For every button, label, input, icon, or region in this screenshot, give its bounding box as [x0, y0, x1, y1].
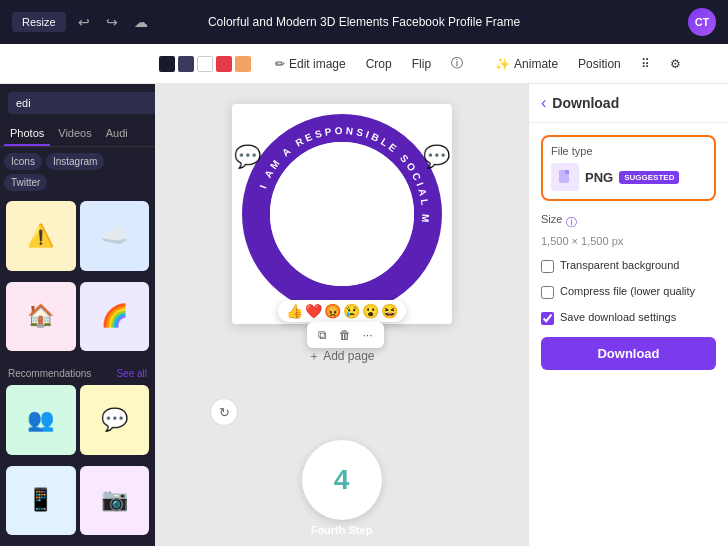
grid-button[interactable]: ⠿: [633, 53, 658, 75]
left-sidebar: ⚙ ☰ Photos Videos Audi Icons Instagram T…: [0, 84, 155, 546]
color-swatch-2[interactable]: [178, 56, 194, 72]
redo-button[interactable]: ↪: [102, 12, 122, 32]
png-label: PNG: [585, 170, 613, 185]
recommendations-grid: 👥 💬 📱 📷: [0, 381, 155, 546]
settings-button[interactable]: ⚙: [662, 53, 689, 75]
element-toolbar: ⧉ 🗑 ···: [307, 322, 384, 348]
size-info-icon: ⓘ: [566, 215, 577, 230]
save-settings-label: Save download settings: [560, 311, 676, 323]
emoji-haha: 😆: [381, 303, 398, 319]
category-instagram[interactable]: Instagram: [46, 153, 104, 170]
avatar[interactable]: CT: [688, 8, 716, 36]
png-option[interactable]: PNG SUGGESTED: [551, 163, 706, 191]
step-number: 4: [334, 464, 350, 496]
list-item[interactable]: 🌈: [80, 282, 150, 352]
resize-button[interactable]: Resize: [12, 12, 66, 32]
list-item[interactable]: 🏠: [6, 282, 76, 352]
more-options-button[interactable]: ···: [358, 325, 378, 345]
transparent-bg-checkbox-row: Transparent background: [541, 259, 716, 273]
file-type-section: File type PNG SUGGESTED: [541, 135, 716, 201]
duplicate-button[interactable]: ⧉: [313, 325, 332, 345]
category-twitter[interactable]: Twitter: [4, 174, 47, 191]
list-item[interactable]: 📷: [80, 466, 150, 536]
recommendations-row: Recommendations See all: [0, 362, 155, 381]
panel-back-button[interactable]: ‹: [541, 94, 546, 112]
search-row: ⚙ ☰: [0, 84, 155, 122]
color-swatches: [159, 56, 251, 72]
sidebar-grid: ⚠️ ☁️ 🏠 🌈: [0, 197, 155, 362]
top-bar-left: Resize ↩ ↪ ☁: [12, 12, 152, 32]
fb-frame: I AM A RESPONSIBLE SOCIAL M 💬 💬 👍 ❤️ 😡 😢…: [242, 114, 442, 314]
flip-button[interactable]: Flip: [404, 53, 439, 75]
sidebar-tabs: Photos Videos Audi: [0, 122, 155, 147]
compress-checkbox[interactable]: [541, 286, 554, 299]
download-panel: ‹ Download File type PNG SUGGESTED Size: [528, 84, 728, 546]
size-section: Size ⓘ 1,500 × 1,500 px: [541, 213, 716, 247]
emoji-bar: 👍 ❤️ 😡 😢 😮 😆: [278, 300, 406, 322]
svg-text:I AM A RESPONSIBLE SOCIAL M: I AM A RESPONSIBLE SOCIAL M: [257, 125, 431, 226]
suggested-badge: SUGGESTED: [619, 171, 679, 184]
svg-rect-2: [565, 170, 569, 174]
sidebar-tab-videos[interactable]: Videos: [52, 122, 97, 146]
transparent-bg-label: Transparent background: [560, 259, 679, 271]
add-page-label: ＋ Add page: [308, 348, 374, 365]
color-swatch-5[interactable]: [235, 56, 251, 72]
refresh-button[interactable]: ↻: [210, 398, 238, 426]
see-all-button[interactable]: See all: [116, 368, 147, 379]
sidebar-tab-audio[interactable]: Audi: [100, 122, 134, 146]
size-value: 1,500 × 1,500 px: [541, 235, 716, 247]
sidebar-tab-photos[interactable]: Photos: [4, 122, 50, 146]
transparent-bg-checkbox[interactable]: [541, 260, 554, 273]
compress-label: Compress file (lower quality: [560, 285, 695, 297]
undo-button[interactable]: ↩: [74, 12, 94, 32]
emoji-heart: ❤️: [305, 303, 322, 319]
size-label: Size: [541, 213, 562, 225]
save-settings-checkbox-row: Save download settings: [541, 311, 716, 325]
animate-icon: ✨: [495, 57, 510, 71]
step-label: Fourth Step: [302, 524, 382, 536]
frame-text-svg: I AM A RESPONSIBLE SOCIAL M: [242, 114, 442, 314]
color-swatch-4[interactable]: [216, 56, 232, 72]
list-item[interactable]: ⚠️: [6, 201, 76, 271]
emoji-angry: 😡: [324, 303, 341, 319]
sidebar-categories: Icons Instagram Twitter: [0, 147, 155, 197]
edit-image-button[interactable]: ✏ Edit image: [267, 53, 354, 75]
canvas-area[interactable]: I AM A RESPONSIBLE SOCIAL M 💬 💬 👍 ❤️ 😡 😢…: [155, 84, 528, 546]
info-button[interactable]: ⓘ: [443, 51, 471, 76]
list-item[interactable]: ☁️: [80, 201, 150, 271]
color-swatch-1[interactable]: [159, 56, 175, 72]
category-icons[interactable]: Icons: [4, 153, 42, 170]
canvas-wrapper[interactable]: I AM A RESPONSIBLE SOCIAL M 💬 💬 👍 ❤️ 😡 😢…: [232, 104, 452, 324]
top-bar-right: CT: [688, 8, 716, 36]
list-item[interactable]: 👥: [6, 385, 76, 455]
file-type-label: File type: [551, 145, 706, 157]
panel-title: Download: [552, 95, 619, 111]
emoji-sad: 😢: [343, 303, 360, 319]
recommendations-label: Recommendations: [8, 368, 91, 379]
edit-icon: ✏: [275, 57, 285, 71]
list-item[interactable]: 📱: [6, 466, 76, 536]
file-type-icon: [551, 163, 579, 191]
search-input[interactable]: [8, 92, 155, 114]
add-page-button[interactable]: ＋ Add page: [308, 348, 374, 365]
panel-header: ‹ Download: [529, 84, 728, 123]
panel-body: File type PNG SUGGESTED Size ⓘ 1,500 × 1…: [529, 123, 728, 546]
download-button[interactable]: Download: [541, 337, 716, 370]
list-item[interactable]: 💬: [80, 385, 150, 455]
crop-button[interactable]: Crop: [358, 53, 400, 75]
position-button[interactable]: Position: [570, 53, 629, 75]
save-settings-checkbox[interactable]: [541, 312, 554, 325]
step-indicator: 4 Fourth Step: [302, 440, 382, 536]
animate-button[interactable]: ✨ Animate: [487, 53, 566, 75]
delete-button[interactable]: 🗑: [334, 325, 356, 345]
document-title: Colorful and Modern 3D Elements Facebook…: [208, 15, 520, 29]
cloud-save-button[interactable]: ☁: [130, 12, 152, 32]
emoji-wow: 😮: [362, 303, 379, 319]
top-bar: Resize ↩ ↪ ☁ Colorful and Modern 3D Elem…: [0, 0, 728, 44]
main-layout: ⚙ ☰ Photos Videos Audi Icons Instagram T…: [0, 84, 728, 546]
emoji-like: 👍: [286, 303, 303, 319]
color-swatch-3[interactable]: [197, 56, 213, 72]
edit-toolbar: ✏ Edit image Crop Flip ⓘ ✨ Animate Posit…: [0, 44, 728, 84]
compress-checkbox-row: Compress file (lower quality: [541, 285, 716, 299]
